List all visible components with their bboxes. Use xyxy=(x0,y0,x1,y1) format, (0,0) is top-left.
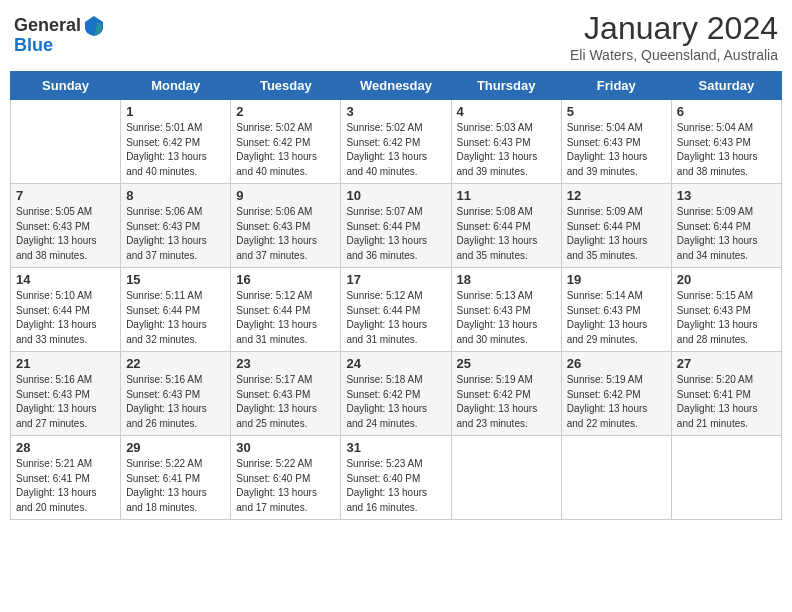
calendar-cell: 18Sunrise: 5:13 AM Sunset: 6:43 PM Dayli… xyxy=(451,268,561,352)
day-info: Sunrise: 5:20 AM Sunset: 6:41 PM Dayligh… xyxy=(677,373,776,431)
calendar-cell: 8Sunrise: 5:06 AM Sunset: 6:43 PM Daylig… xyxy=(121,184,231,268)
column-header-tuesday: Tuesday xyxy=(231,72,341,100)
logo-icon xyxy=(83,14,105,36)
day-number: 26 xyxy=(567,356,666,371)
calendar-cell xyxy=(561,436,671,520)
column-header-monday: Monday xyxy=(121,72,231,100)
day-info: Sunrise: 5:23 AM Sunset: 6:40 PM Dayligh… xyxy=(346,457,445,515)
calendar-cell: 22Sunrise: 5:16 AM Sunset: 6:43 PM Dayli… xyxy=(121,352,231,436)
calendar-cell: 17Sunrise: 5:12 AM Sunset: 6:44 PM Dayli… xyxy=(341,268,451,352)
day-number: 2 xyxy=(236,104,335,119)
calendar-week-row: 7Sunrise: 5:05 AM Sunset: 6:43 PM Daylig… xyxy=(11,184,782,268)
day-info: Sunrise: 5:09 AM Sunset: 6:44 PM Dayligh… xyxy=(677,205,776,263)
day-number: 27 xyxy=(677,356,776,371)
day-number: 18 xyxy=(457,272,556,287)
calendar-cell: 12Sunrise: 5:09 AM Sunset: 6:44 PM Dayli… xyxy=(561,184,671,268)
day-number: 15 xyxy=(126,272,225,287)
day-number: 28 xyxy=(16,440,115,455)
day-number: 17 xyxy=(346,272,445,287)
calendar-table: SundayMondayTuesdayWednesdayThursdayFrid… xyxy=(10,71,782,520)
day-number: 13 xyxy=(677,188,776,203)
day-info: Sunrise: 5:10 AM Sunset: 6:44 PM Dayligh… xyxy=(16,289,115,347)
column-header-friday: Friday xyxy=(561,72,671,100)
day-number: 21 xyxy=(16,356,115,371)
calendar-cell: 29Sunrise: 5:22 AM Sunset: 6:41 PM Dayli… xyxy=(121,436,231,520)
day-info: Sunrise: 5:13 AM Sunset: 6:43 PM Dayligh… xyxy=(457,289,556,347)
day-info: Sunrise: 5:15 AM Sunset: 6:43 PM Dayligh… xyxy=(677,289,776,347)
calendar-cell: 19Sunrise: 5:14 AM Sunset: 6:43 PM Dayli… xyxy=(561,268,671,352)
day-info: Sunrise: 5:18 AM Sunset: 6:42 PM Dayligh… xyxy=(346,373,445,431)
calendar-week-row: 14Sunrise: 5:10 AM Sunset: 6:44 PM Dayli… xyxy=(11,268,782,352)
calendar-cell: 27Sunrise: 5:20 AM Sunset: 6:41 PM Dayli… xyxy=(671,352,781,436)
day-number: 10 xyxy=(346,188,445,203)
day-number: 14 xyxy=(16,272,115,287)
calendar-cell xyxy=(11,100,121,184)
day-info: Sunrise: 5:06 AM Sunset: 6:43 PM Dayligh… xyxy=(236,205,335,263)
month-title: January 2024 xyxy=(570,10,778,47)
day-number: 30 xyxy=(236,440,335,455)
day-number: 3 xyxy=(346,104,445,119)
title-area: January 2024 Eli Waters, Queensland, Aus… xyxy=(570,10,778,63)
day-number: 25 xyxy=(457,356,556,371)
logo-text-general: General xyxy=(14,16,81,34)
day-info: Sunrise: 5:04 AM Sunset: 6:43 PM Dayligh… xyxy=(677,121,776,179)
calendar-cell: 21Sunrise: 5:16 AM Sunset: 6:43 PM Dayli… xyxy=(11,352,121,436)
calendar-week-row: 1Sunrise: 5:01 AM Sunset: 6:42 PM Daylig… xyxy=(11,100,782,184)
day-number: 24 xyxy=(346,356,445,371)
calendar-cell: 13Sunrise: 5:09 AM Sunset: 6:44 PM Dayli… xyxy=(671,184,781,268)
day-info: Sunrise: 5:04 AM Sunset: 6:43 PM Dayligh… xyxy=(567,121,666,179)
calendar-cell: 31Sunrise: 5:23 AM Sunset: 6:40 PM Dayli… xyxy=(341,436,451,520)
day-number: 1 xyxy=(126,104,225,119)
calendar-cell: 25Sunrise: 5:19 AM Sunset: 6:42 PM Dayli… xyxy=(451,352,561,436)
day-info: Sunrise: 5:03 AM Sunset: 6:43 PM Dayligh… xyxy=(457,121,556,179)
day-info: Sunrise: 5:08 AM Sunset: 6:44 PM Dayligh… xyxy=(457,205,556,263)
column-header-wednesday: Wednesday xyxy=(341,72,451,100)
calendar-cell: 15Sunrise: 5:11 AM Sunset: 6:44 PM Dayli… xyxy=(121,268,231,352)
day-number: 19 xyxy=(567,272,666,287)
day-info: Sunrise: 5:12 AM Sunset: 6:44 PM Dayligh… xyxy=(236,289,335,347)
day-number: 6 xyxy=(677,104,776,119)
calendar-cell: 24Sunrise: 5:18 AM Sunset: 6:42 PM Dayli… xyxy=(341,352,451,436)
day-number: 16 xyxy=(236,272,335,287)
day-number: 11 xyxy=(457,188,556,203)
day-info: Sunrise: 5:22 AM Sunset: 6:41 PM Dayligh… xyxy=(126,457,225,515)
calendar-cell: 9Sunrise: 5:06 AM Sunset: 6:43 PM Daylig… xyxy=(231,184,341,268)
day-number: 9 xyxy=(236,188,335,203)
day-number: 31 xyxy=(346,440,445,455)
calendar-cell xyxy=(451,436,561,520)
calendar-cell: 26Sunrise: 5:19 AM Sunset: 6:42 PM Dayli… xyxy=(561,352,671,436)
column-header-sunday: Sunday xyxy=(11,72,121,100)
day-info: Sunrise: 5:07 AM Sunset: 6:44 PM Dayligh… xyxy=(346,205,445,263)
calendar-cell: 6Sunrise: 5:04 AM Sunset: 6:43 PM Daylig… xyxy=(671,100,781,184)
day-info: Sunrise: 5:11 AM Sunset: 6:44 PM Dayligh… xyxy=(126,289,225,347)
calendar-cell: 20Sunrise: 5:15 AM Sunset: 6:43 PM Dayli… xyxy=(671,268,781,352)
day-info: Sunrise: 5:06 AM Sunset: 6:43 PM Dayligh… xyxy=(126,205,225,263)
calendar-cell: 4Sunrise: 5:03 AM Sunset: 6:43 PM Daylig… xyxy=(451,100,561,184)
calendar-cell: 23Sunrise: 5:17 AM Sunset: 6:43 PM Dayli… xyxy=(231,352,341,436)
day-info: Sunrise: 5:09 AM Sunset: 6:44 PM Dayligh… xyxy=(567,205,666,263)
day-number: 29 xyxy=(126,440,225,455)
day-info: Sunrise: 5:02 AM Sunset: 6:42 PM Dayligh… xyxy=(346,121,445,179)
calendar-cell: 14Sunrise: 5:10 AM Sunset: 6:44 PM Dayli… xyxy=(11,268,121,352)
day-info: Sunrise: 5:19 AM Sunset: 6:42 PM Dayligh… xyxy=(567,373,666,431)
logo-text-blue: Blue xyxy=(14,35,53,55)
calendar-cell: 11Sunrise: 5:08 AM Sunset: 6:44 PM Dayli… xyxy=(451,184,561,268)
calendar-cell: 5Sunrise: 5:04 AM Sunset: 6:43 PM Daylig… xyxy=(561,100,671,184)
calendar-cell: 16Sunrise: 5:12 AM Sunset: 6:44 PM Dayli… xyxy=(231,268,341,352)
column-header-saturday: Saturday xyxy=(671,72,781,100)
logo: General Blue xyxy=(14,14,105,55)
day-info: Sunrise: 5:02 AM Sunset: 6:42 PM Dayligh… xyxy=(236,121,335,179)
day-info: Sunrise: 5:17 AM Sunset: 6:43 PM Dayligh… xyxy=(236,373,335,431)
day-number: 7 xyxy=(16,188,115,203)
calendar-cell: 3Sunrise: 5:02 AM Sunset: 6:42 PM Daylig… xyxy=(341,100,451,184)
day-info: Sunrise: 5:14 AM Sunset: 6:43 PM Dayligh… xyxy=(567,289,666,347)
day-info: Sunrise: 5:05 AM Sunset: 6:43 PM Dayligh… xyxy=(16,205,115,263)
day-number: 4 xyxy=(457,104,556,119)
calendar-cell: 1Sunrise: 5:01 AM Sunset: 6:42 PM Daylig… xyxy=(121,100,231,184)
day-info: Sunrise: 5:19 AM Sunset: 6:42 PM Dayligh… xyxy=(457,373,556,431)
day-number: 22 xyxy=(126,356,225,371)
day-info: Sunrise: 5:12 AM Sunset: 6:44 PM Dayligh… xyxy=(346,289,445,347)
column-header-thursday: Thursday xyxy=(451,72,561,100)
location-subtitle: Eli Waters, Queensland, Australia xyxy=(570,47,778,63)
day-info: Sunrise: 5:22 AM Sunset: 6:40 PM Dayligh… xyxy=(236,457,335,515)
